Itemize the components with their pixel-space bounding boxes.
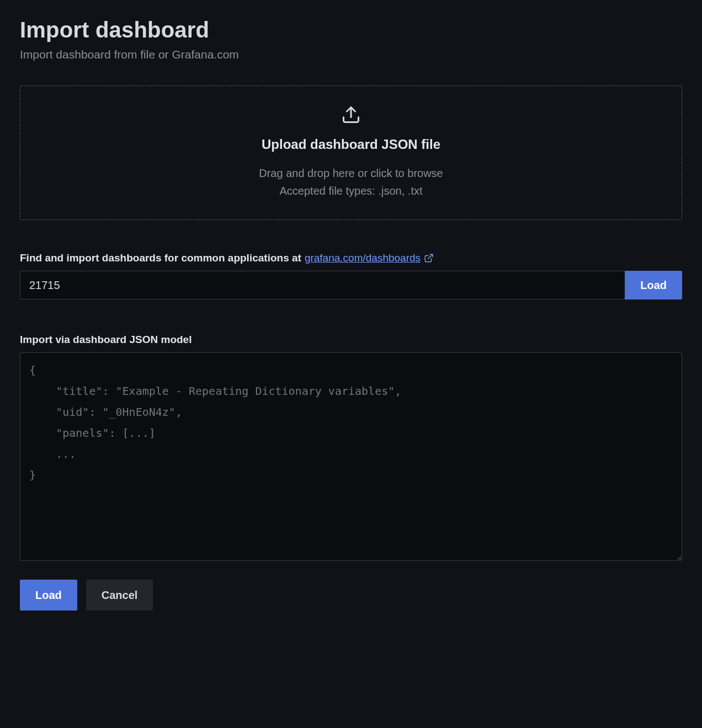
upload-dropzone[interactable]: Upload dashboard JSON file Drag and drop… — [20, 85, 682, 220]
dropzone-hint-line2: Accepted file types: .json, .txt — [279, 185, 422, 197]
dropzone-title: Upload dashboard JSON file — [262, 137, 440, 152]
cancel-button[interactable]: Cancel — [86, 580, 153, 611]
find-import-section: Find and import dashboards for common ap… — [20, 252, 682, 299]
load-id-button[interactable]: Load — [625, 271, 682, 299]
footer-buttons: Load Cancel — [20, 580, 682, 611]
find-import-label-text: Find and import dashboards for common ap… — [20, 252, 301, 264]
find-import-label: Find and import dashboards for common ap… — [20, 252, 682, 264]
dashboard-id-row: Load — [20, 271, 682, 299]
external-link-icon — [424, 253, 434, 263]
json-model-section: Import via dashboard JSON model — [20, 334, 682, 563]
json-model-label: Import via dashboard JSON model — [20, 334, 682, 346]
page-subtitle: Import dashboard from file or Grafana.co… — [20, 48, 682, 61]
grafana-dashboards-link-text: grafana.com/dashboards — [305, 252, 421, 264]
dropzone-hint: Drag and drop here or click to browse Ac… — [259, 164, 443, 200]
dropzone-hint-line1: Drag and drop here or click to browse — [259, 167, 443, 179]
dashboard-id-input[interactable] — [20, 271, 625, 299]
json-model-textarea[interactable] — [20, 352, 682, 561]
grafana-dashboards-link[interactable]: grafana.com/dashboards — [305, 252, 434, 264]
load-button[interactable]: Load — [20, 580, 77, 611]
upload-icon — [341, 105, 361, 127]
svg-line-1 — [428, 254, 433, 259]
page-title: Import dashboard — [20, 18, 682, 42]
